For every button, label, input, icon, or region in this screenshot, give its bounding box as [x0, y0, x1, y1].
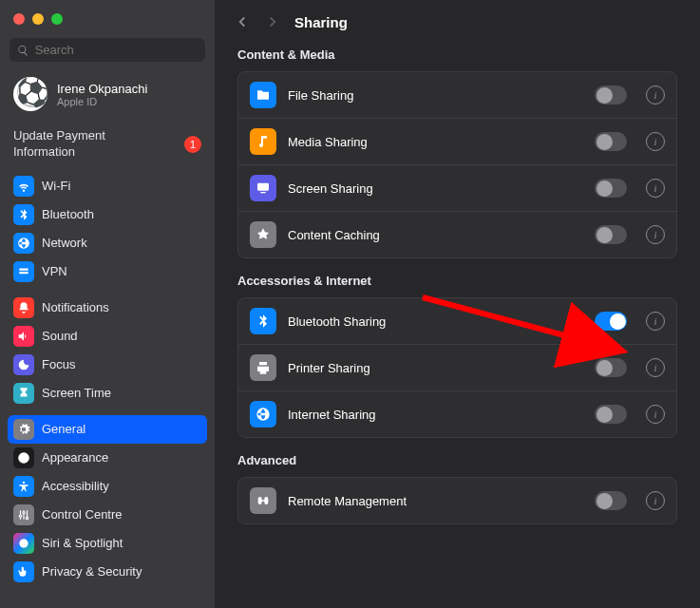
section-advanced: Advanced Remote Management i	[215, 444, 700, 530]
sidebar-item-label: Network	[42, 236, 87, 250]
wifi-icon	[13, 176, 34, 197]
svg-rect-2	[257, 183, 269, 191]
sidebar-item-label: Sound	[42, 329, 78, 343]
info-button[interactable]: i	[646, 312, 665, 331]
toggle-remote-management[interactable]	[595, 491, 627, 510]
folder-icon	[250, 82, 276, 108]
row-label: Media Sharing	[288, 135, 583, 149]
info-button[interactable]: i	[646, 358, 665, 377]
bell-icon	[13, 297, 34, 318]
row-label: Internet Sharing	[288, 408, 583, 422]
hand-icon	[13, 561, 34, 582]
globe-icon	[250, 401, 276, 428]
sidebar-item-network[interactable]: Network	[8, 229, 207, 257]
toggle-media-sharing[interactable]	[595, 132, 627, 151]
svg-point-0	[23, 482, 25, 484]
toggle-content-caching[interactable]	[595, 225, 627, 244]
info-button[interactable]: i	[646, 491, 665, 510]
section-title: Content & Media	[237, 48, 677, 62]
accessibility-icon	[13, 476, 34, 497]
sidebar-item-label: Notifications	[42, 300, 109, 314]
zoom-window-button[interactable]	[51, 13, 63, 25]
toggle-printer-sharing[interactable]	[595, 358, 627, 377]
update-payment-label: Update Payment Information	[13, 128, 156, 161]
row-remote-management: Remote Management i	[238, 478, 676, 523]
svg-point-1	[19, 539, 28, 547]
sidebar-item-label: Accessibility	[42, 479, 109, 493]
forward-button[interactable]	[264, 13, 281, 30]
profile-row[interactable]: Irene Okpanachi Apple ID	[0, 71, 215, 121]
sidebar-item-appearance[interactable]: Appearance	[8, 444, 207, 472]
binoc-icon	[250, 487, 276, 514]
sidebar-item-general[interactable]: General	[8, 415, 207, 444]
cache-icon	[250, 221, 276, 248]
gear-icon	[13, 419, 34, 440]
info-button[interactable]: i	[646, 179, 665, 198]
row-label: File Sharing	[288, 88, 583, 103]
page-title: Sharing	[294, 14, 348, 30]
toggle-bluetooth-sharing[interactable]	[595, 312, 627, 331]
back-button[interactable]	[234, 13, 251, 30]
row-internet-sharing: Internet Sharing i	[238, 391, 676, 437]
notification-badge: 1	[184, 136, 201, 153]
screen-icon	[250, 175, 276, 201]
row-label: Screen Sharing	[288, 181, 583, 196]
profile-subtitle: Apple ID	[57, 96, 147, 107]
section-title: Accessories & Internet	[237, 274, 677, 288]
sidebar-nav: Wi-FiBluetoothNetworkVPN NotificationsSo…	[0, 172, 215, 594]
row-label: Printer Sharing	[288, 361, 583, 375]
row-media-sharing: Media Sharing i	[238, 119, 676, 165]
main-content: Sharing Content & Media File Sharing i M…	[215, 0, 700, 608]
section-content-media: Content & Media File Sharing i Media Sha…	[215, 38, 700, 264]
row-content-caching: Content Caching i	[238, 212, 676, 257]
sidebar-item-sound[interactable]: Sound	[8, 322, 207, 351]
bluetooth-icon	[13, 204, 34, 225]
info-button[interactable]: i	[646, 132, 665, 151]
section-accessories-internet: Accessories & Internet Bluetooth Sharing…	[215, 264, 700, 444]
bluetooth-icon	[250, 308, 276, 334]
close-window-button[interactable]	[13, 13, 25, 25]
sidebar-item-siri-spotlight[interactable]: Siri & Spotlight	[8, 529, 207, 558]
search-icon	[17, 44, 29, 57]
info-button[interactable]: i	[646, 86, 665, 104]
sidebar-item-label: Control Centre	[42, 507, 123, 522]
vpn-icon	[13, 261, 34, 282]
sidebar-item-label: VPN	[42, 264, 67, 278]
sidebar-item-notifications[interactable]: Notifications	[8, 294, 207, 322]
control-icon	[13, 504, 34, 525]
info-button[interactable]: i	[646, 225, 665, 244]
sidebar-item-label: Screen Time	[42, 386, 111, 400]
sound-icon	[13, 326, 34, 347]
sidebar-item-label: Bluetooth	[42, 207, 94, 221]
sidebar-item-wi-fi[interactable]: Wi-Fi	[8, 172, 207, 200]
sidebar-item-focus[interactable]: Focus	[8, 351, 207, 379]
minimize-window-button[interactable]	[32, 13, 44, 25]
search-input[interactable]	[35, 43, 198, 57]
sidebar-item-label: Wi-Fi	[42, 179, 70, 193]
siri-icon	[13, 533, 34, 554]
row-bluetooth-sharing: Bluetooth Sharing i	[238, 298, 676, 345]
toggle-file-sharing[interactable]	[595, 86, 627, 104]
sidebar-item-vpn[interactable]: VPN	[8, 257, 207, 286]
window-controls	[0, 0, 215, 38]
search-box[interactable]	[9, 38, 205, 62]
sidebar-item-bluetooth[interactable]: Bluetooth	[8, 200, 207, 229]
printer-icon	[250, 354, 276, 381]
row-printer-sharing: Printer Sharing i	[238, 345, 676, 391]
update-payment-row[interactable]: Update Payment Information 1	[0, 121, 215, 172]
row-label: Bluetooth Sharing	[288, 314, 583, 329]
sidebar-item-label: Siri & Spotlight	[42, 536, 123, 550]
sidebar-item-accessibility[interactable]: Accessibility	[8, 472, 207, 501]
sidebar-item-screen-time[interactable]: Screen Time	[8, 379, 207, 408]
row-label: Remote Management	[288, 494, 583, 508]
sidebar-item-privacy-security[interactable]: Privacy & Security	[8, 558, 207, 586]
profile-name: Irene Okpanachi	[57, 82, 147, 96]
toggle-internet-sharing[interactable]	[595, 405, 627, 424]
sidebar-item-control-centre[interactable]: Control Centre	[8, 501, 207, 529]
info-button[interactable]: i	[646, 405, 665, 424]
settings-panel: File Sharing i Media Sharing i Screen Sh…	[237, 71, 677, 258]
avatar	[13, 77, 47, 111]
toggle-screen-sharing[interactable]	[595, 179, 627, 198]
sidebar: Irene Okpanachi Apple ID Update Payment …	[0, 0, 215, 608]
sidebar-item-label: General	[42, 422, 85, 436]
